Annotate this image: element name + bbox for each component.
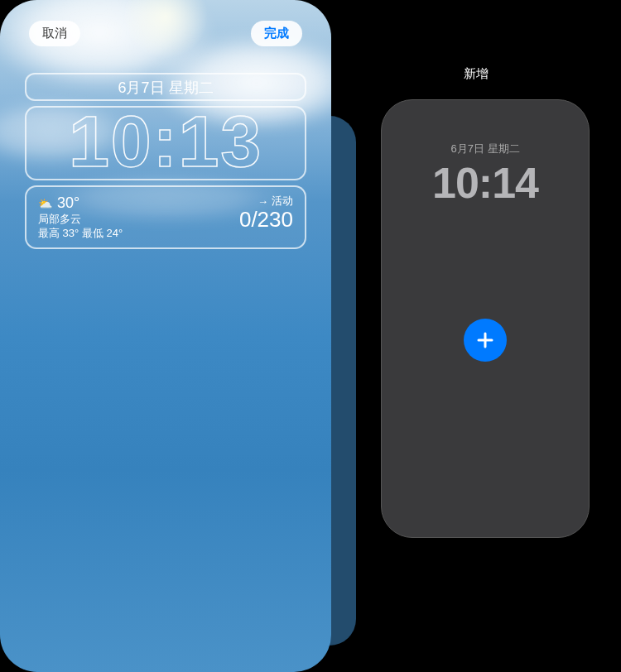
arrow-icon: → bbox=[258, 195, 268, 208]
weather-condition: 局部多云 bbox=[38, 213, 123, 227]
new-lockscreen-section: 新增 6月7日 星期二 10:14 bbox=[331, 0, 621, 672]
date-text: 6月7日 星期二 bbox=[118, 79, 213, 96]
done-button[interactable]: 完成 bbox=[251, 21, 302, 46]
weather-temp: 30° bbox=[57, 194, 79, 213]
lock-screen-editor: 取消 完成 6月7日 星期二 10:13 ⛅ 30° 局部多云 最高 33° 最… bbox=[0, 0, 331, 672]
preview-phone[interactable]: 6月7日 星期二 10:14 bbox=[381, 99, 590, 538]
lock-screen-widgets: 6月7日 星期二 10:13 ⛅ 30° 局部多云 最高 33° 最低 24° … bbox=[25, 73, 306, 249]
activity-value: 0/230 bbox=[239, 209, 293, 230]
svg-text:10:13: 10:13 bbox=[69, 103, 262, 178]
cancel-button[interactable]: 取消 bbox=[29, 21, 80, 46]
activity-complication: → 活动 0/230 bbox=[239, 194, 293, 241]
weather-complication: ⛅ 30° 局部多云 最高 33° 最低 24° bbox=[38, 194, 123, 241]
preview-time: 10:14 bbox=[432, 158, 538, 208]
time-display: 10:13 bbox=[33, 103, 298, 178]
plus-icon bbox=[475, 330, 495, 350]
weather-range: 最高 33° 最低 24° bbox=[38, 227, 123, 241]
weather-icon: ⛅ bbox=[38, 196, 52, 211]
time-widget[interactable]: 10:13 bbox=[25, 106, 306, 180]
editor-toolbar: 取消 完成 bbox=[0, 21, 331, 46]
preview-date: 6月7日 星期二 bbox=[450, 142, 519, 156]
new-label: 新增 bbox=[331, 66, 621, 82]
add-lockscreen-button[interactable] bbox=[464, 319, 507, 362]
date-widget[interactable]: 6月7日 星期二 bbox=[25, 73, 306, 101]
complications-widget[interactable]: ⛅ 30° 局部多云 最高 33° 最低 24° → 活动 0/230 bbox=[25, 185, 306, 249]
